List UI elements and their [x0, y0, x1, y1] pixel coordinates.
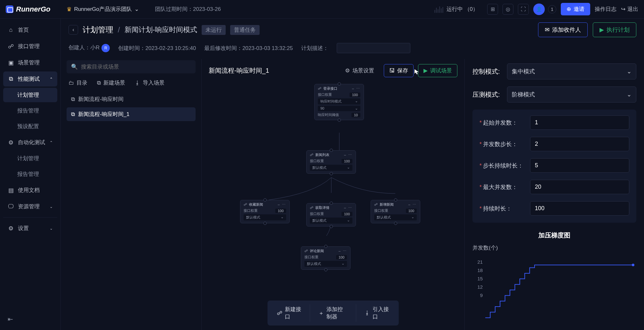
- running-status[interactable]: 运行中 （0）: [430, 4, 483, 14]
- more-icon[interactable]: – ⋯: [344, 206, 352, 210]
- sidebar-item-scene[interactable]: ▣场景管理: [3, 55, 57, 70]
- step-dur-label: *步长持续时长：: [479, 162, 524, 169]
- sidebar-item-resource[interactable]: 🖵资源管理⌄: [3, 199, 57, 214]
- step-dur-input[interactable]: [530, 158, 629, 173]
- desc-label: 计划描述：: [301, 45, 328, 52]
- modified-info: 最后修改时间：2023-03-03 13:32:25: [204, 45, 293, 52]
- sidebar-item-api[interactable]: ☍接口管理: [3, 39, 57, 54]
- debug-scene-button[interactable]: ▶调试场景: [418, 64, 457, 77]
- save-button[interactable]: 🖫保存: [384, 64, 414, 77]
- gear-icon: ⚙: [345, 67, 350, 74]
- max-conc-input[interactable]: [530, 180, 629, 194]
- add-recipient-button[interactable]: ✉添加收件人: [538, 22, 588, 37]
- dur-input[interactable]: [530, 201, 629, 216]
- more-icon[interactable]: – ⋯: [339, 249, 347, 253]
- save-icon: 🖫: [389, 68, 395, 74]
- running-label: 运行中 （0）: [447, 5, 478, 13]
- breadcrumb-sep: /: [118, 25, 120, 34]
- grid-icon-button[interactable]: ⊞: [487, 4, 498, 15]
- node-title: 新增新闻: [380, 202, 394, 207]
- search-input[interactable]: [81, 64, 191, 70]
- monitor-icon: 🖵: [8, 203, 14, 210]
- collapse-sidebar-button[interactable]: ⇤: [3, 312, 57, 326]
- import-api-button[interactable]: ⭳引入接口: [356, 302, 398, 324]
- logout-link[interactable]: ↪ 退出: [621, 5, 638, 13]
- expand-icon-button[interactable]: ⛶: [518, 4, 529, 15]
- sidebar-item-label: 自动化测试: [18, 139, 45, 146]
- chevron-down-icon: ⌄: [627, 68, 632, 75]
- gear-icon: ⚙: [8, 139, 14, 146]
- sidebar-sub-auto-plan[interactable]: 计划管理: [3, 151, 57, 166]
- sidebar-item-settings[interactable]: ⚙设置⌄: [3, 221, 57, 236]
- step-label: *并发数步长：: [479, 140, 524, 148]
- flow-node-detail[interactable]: ☍获取详情– ⋯ 接口权重100 默认模式⌄: [306, 203, 356, 227]
- flow-node-add[interactable]: ☍新增新闻– ⋯ 接口权重100 默认模式⌄: [371, 200, 420, 223]
- sidebar-item-label: 首页: [18, 26, 29, 34]
- ctrl-mode-select[interactable]: 集中模式⌄: [507, 63, 636, 79]
- invite-label: 邀请: [574, 5, 584, 13]
- sidebar-sub-plan[interactable]: 计划管理: [3, 88, 57, 102]
- team-name: RunnerGo产品演示团队: [74, 5, 132, 13]
- press-mode-select[interactable]: 阶梯模式⌄: [507, 87, 636, 103]
- link-icon: ☍: [310, 153, 313, 157]
- creator-avatar: R: [101, 44, 110, 52]
- label: 目录: [76, 79, 87, 87]
- tree-item-label: 新闻流程-响应时间_1: [78, 111, 130, 118]
- sidebar-item-auto[interactable]: ⚙自动化测试⌃: [3, 135, 57, 150]
- team-selector[interactable]: ♛ RunnerGo产品演示团队 ⌄: [67, 5, 139, 13]
- mail-icon: ✉: [545, 26, 550, 33]
- creator-info: 创建人：小RR: [68, 44, 110, 52]
- svg-text:21: 21: [477, 259, 483, 265]
- more-icon[interactable]: – ⋯: [408, 202, 417, 207]
- more-icon[interactable]: – ⋯: [344, 153, 352, 157]
- more-icon[interactable]: – ⋯: [352, 87, 360, 91]
- chart-title: 加压梯度图: [472, 231, 636, 240]
- back-button[interactable]: ‹: [68, 25, 78, 35]
- flow-node-fav[interactable]: ☍收藏新闻– ⋯ 接口权重100 默认模式⌄: [240, 200, 290, 223]
- run-plan-button[interactable]: ▶执行计划: [593, 22, 636, 37]
- svg-text:12: 12: [477, 284, 483, 290]
- user-avatar[interactable]: 👤: [533, 4, 545, 15]
- link-icon: ☍: [8, 43, 14, 50]
- import-scene-button[interactable]: ⭳导入场景: [135, 79, 165, 87]
- sidebar-item-perf[interactable]: ⧉性能测试⌃: [3, 71, 57, 87]
- flow-node-login[interactable]: ☍登录接口– ⋯ 接口权重100 响应时间模式⌄ 90⌄ 响应时间阈值10: [314, 84, 364, 120]
- node-title: 获取详情: [315, 205, 329, 210]
- flow-node-list[interactable]: ☍新闻列表– ⋯ 接口权重100 默认模式⌄: [306, 150, 356, 174]
- search-box[interactable]: 🔍: [67, 60, 196, 73]
- breadcrumb-root[interactable]: 计划管理: [83, 25, 113, 35]
- chevron-down-icon: ⌄: [134, 6, 139, 12]
- tree-item[interactable]: ⧉新闻流程-响应时间: [67, 92, 196, 106]
- sidebar-item-docs[interactable]: ▤使用文档: [3, 183, 57, 198]
- desc-input[interactable]: [337, 43, 410, 53]
- target-icon-button[interactable]: ◎: [503, 4, 513, 15]
- new-scene-button[interactable]: ⧉新建场景: [97, 79, 125, 87]
- operation-log-link[interactable]: 操作日志: [595, 5, 616, 13]
- download-icon: ⭳: [365, 310, 370, 316]
- flow-icon: ⧉: [71, 96, 75, 103]
- dir-button[interactable]: 🗀目录: [68, 79, 87, 87]
- book-icon: ▤: [8, 187, 14, 194]
- chart-icon: ⧉: [8, 76, 14, 82]
- sidebar-sub-auto-report[interactable]: 报告管理: [3, 167, 57, 181]
- sidebar-sub-report[interactable]: 报告管理: [3, 103, 57, 118]
- svg-text:18: 18: [477, 268, 483, 273]
- expire-info: 团队过期时间：2023-03-26: [155, 5, 221, 13]
- scene-settings-button[interactable]: ⚙场景设置: [340, 64, 379, 77]
- tree-item[interactable]: ⧉新闻流程-响应时间_1: [67, 107, 196, 121]
- start-conc-input[interactable]: [530, 115, 629, 130]
- flow-node-comment[interactable]: ☍评论新闻– ⋯ 接口权重100 默认模式⌄: [301, 246, 350, 270]
- link-icon: ☍: [277, 310, 282, 317]
- home-icon: ⌂: [8, 27, 14, 33]
- sidebar-item-label: 性能测试: [18, 75, 40, 83]
- new-api-button[interactable]: ☍新建接口: [269, 302, 310, 324]
- ctrl-mode-label: 控制模式:: [472, 67, 503, 76]
- logo[interactable]: RunnerGo: [6, 5, 51, 13]
- more-icon[interactable]: – ⋯: [278, 202, 286, 207]
- add-controller-button[interactable]: ＋添加控制器: [310, 302, 356, 324]
- invite-button[interactable]: ⊕ 邀请: [561, 3, 590, 15]
- link-icon: ☍: [304, 249, 308, 253]
- step-input[interactable]: [530, 137, 629, 151]
- sidebar-item-home[interactable]: ⌂首页: [3, 22, 57, 37]
- sidebar-sub-preset[interactable]: 预设配置: [3, 119, 57, 134]
